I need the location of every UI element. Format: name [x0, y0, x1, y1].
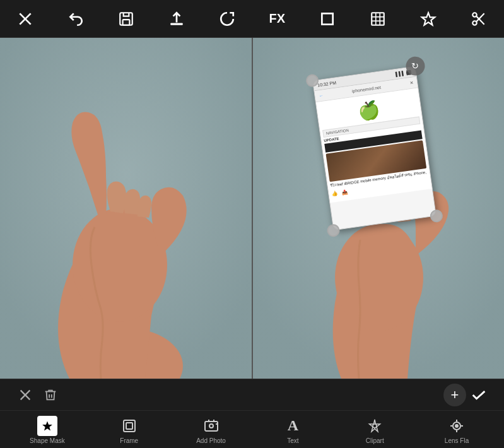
fx-button[interactable]: FX: [263, 5, 291, 33]
undo-button[interactable]: [62, 5, 90, 33]
sticker-time: 10:32 PM: [317, 80, 337, 87]
left-panel: [0, 38, 252, 379]
sticker-share-icon: 📤: [341, 189, 348, 196]
rotate-button[interactable]: [213, 5, 241, 33]
svg-point-22: [335, 224, 423, 331]
tool-add-photo-label: Add Photo: [196, 437, 226, 444]
sticker-phone-content: 10:32 PM ▌▌▌ ⬛ ← iphonemod.net ✕ 🍏 NAVIG…: [312, 66, 437, 231]
top-toolbar: FX: [0, 0, 504, 38]
svg-rect-3: [122, 20, 129, 25]
scissors-button[interactable]: [465, 5, 493, 33]
sticker-website-content: 🍏 NAVIGATION UPDATE รีวิว leef iBRIDGE m…: [316, 88, 432, 203]
bottom-tools: Shape Mask Frame: [0, 411, 504, 448]
tool-lens-flare[interactable]: Lens Fla: [437, 416, 478, 444]
svg-marker-33: [370, 420, 380, 432]
sticker-like-icon: 👍: [331, 191, 338, 197]
sticker-overlay[interactable]: ↻ 10:32 PM ▌▌▌ ⬛ ← iphonemod.net ✕: [312, 66, 437, 231]
add-photo-icon: [201, 416, 221, 436]
crop-button[interactable]: [364, 5, 392, 33]
svg-marker-11: [422, 13, 435, 25]
svg-rect-5: [322, 13, 333, 24]
close-button[interactable]: [11, 5, 39, 33]
bottom-toolbar: + Shape Mask Frame: [0, 379, 504, 448]
svg-point-29: [209, 424, 213, 428]
svg-rect-6: [372, 13, 384, 25]
shape-mask-icon: [37, 416, 57, 436]
tool-text[interactable]: A Text: [273, 416, 314, 444]
cancel-sticker-button[interactable]: [13, 382, 38, 408]
svg-point-34: [373, 424, 377, 428]
text-icon: A: [283, 416, 303, 436]
tool-clipart-label: Clipart: [366, 437, 384, 444]
bottom-actions: +: [0, 379, 504, 411]
star-button[interactable]: [414, 5, 442, 33]
delete-sticker-button[interactable]: [38, 382, 63, 408]
add-sticker-button[interactable]: +: [443, 384, 466, 406]
frame-icon: [119, 416, 139, 436]
right-panel: ↻ 10:32 PM ▌▌▌ ⬛ ← iphonemod.net ✕: [252, 38, 504, 379]
lens-flare-icon: [447, 416, 467, 436]
export-button[interactable]: [163, 5, 190, 33]
confirm-button[interactable]: [466, 382, 491, 408]
svg-rect-27: [126, 423, 132, 429]
add-icon: +: [451, 387, 459, 403]
svg-rect-26: [124, 420, 135, 432]
tool-frame[interactable]: Frame: [108, 416, 149, 444]
tool-lens-flare-label: Lens Fla: [445, 437, 469, 444]
tool-text-label: Text: [287, 437, 298, 444]
svg-rect-4: [170, 23, 183, 25]
clipart-icon: [365, 416, 385, 436]
svg-marker-25: [42, 421, 52, 430]
tool-frame-label: Frame: [120, 437, 138, 444]
svg-point-12: [472, 13, 477, 17]
frame-button[interactable]: [314, 5, 341, 33]
tool-shape-mask-label: Shape Mask: [30, 437, 65, 444]
svg-rect-28: [205, 421, 218, 431]
save-button[interactable]: [112, 5, 140, 33]
panel-separator: [252, 38, 253, 379]
tool-clipart[interactable]: Clipart: [355, 416, 396, 444]
tool-shape-mask[interactable]: Shape Mask: [26, 416, 67, 444]
svg-point-13: [472, 21, 477, 25]
tool-add-photo[interactable]: Add Photo: [190, 416, 231, 444]
svg-point-36: [455, 425, 458, 427]
